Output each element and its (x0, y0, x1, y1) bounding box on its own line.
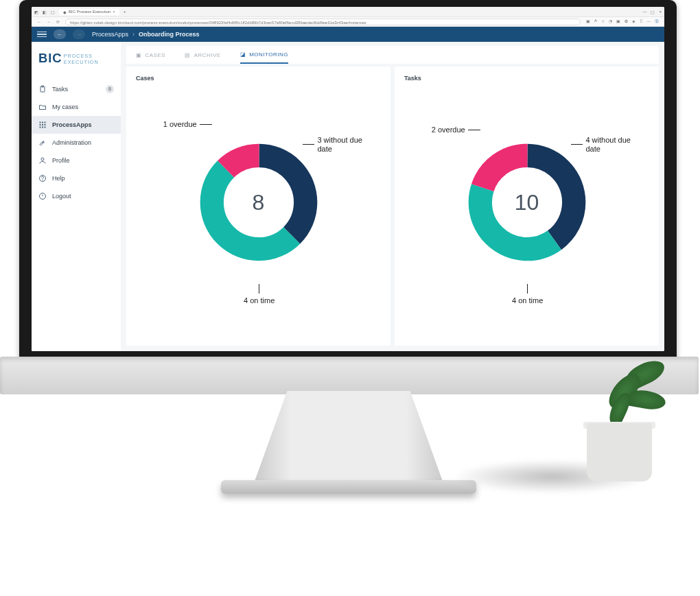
chart-label-without-due: 3 without due date (303, 136, 378, 154)
reload-icon[interactable]: ⟳ (56, 19, 60, 24)
ext-icon[interactable]: ◈ (632, 19, 635, 25)
browser-tab[interactable]: ◆ BIC Process Execution × (59, 9, 119, 15)
window-max-icon[interactable]: ▢ (651, 10, 655, 14)
panel-cases: Cases 8 3 without due da (126, 67, 390, 346)
monitor-frame: ◩ ◧ ▢ ◆ BIC Process Execution × + — ▢ × … (19, 0, 677, 363)
address-field[interactable]: https://gbtec-colak.design.biccloud.com/… (65, 19, 581, 25)
menu-icon[interactable]: ⋯ (646, 19, 651, 25)
chart-tasks: 10 4 without due date 4 on time 2 overdu… (404, 84, 649, 340)
tab-cases[interactable]: ▣ CASES (136, 52, 165, 58)
breadcrumb-root[interactable]: ProcessApps (92, 31, 128, 38)
browser-tab-strip: ◩ ◧ ▢ ◆ BIC Process Execution × + — ▢ × (32, 7, 664, 17)
chart-label-overdue: 2 overdue (432, 126, 480, 134)
os-icon: ◧ (43, 10, 47, 14)
clipboard-icon (38, 85, 47, 93)
app-header: ← → ProcessApps › Onboarding Process (32, 27, 664, 42)
monitor-base (0, 357, 699, 394)
tab-monitoring[interactable]: ◪ MONITORING (240, 46, 288, 64)
svg-rect-5 (40, 121, 41, 123)
content: ▣ CASES ▤ ARCHIVE ◪ MONITORING (121, 42, 664, 351)
chart-total: 8 (253, 189, 265, 215)
sidebar-item-label: Profile (52, 157, 70, 164)
menu-icon[interactable] (37, 32, 47, 38)
panel-tasks: Tasks 10 4 without due d (395, 67, 659, 346)
os-icon: ◩ (34, 10, 38, 14)
nav-forward-icon[interactable]: → (47, 20, 51, 24)
help-icon (38, 174, 47, 182)
tab-label: CASES (145, 52, 166, 58)
chart-icon: ◪ (240, 51, 246, 58)
ext-icon[interactable]: ⠿ (640, 19, 642, 25)
svg-rect-10 (45, 124, 46, 126)
tab-favicon: ◆ (63, 10, 67, 14)
browser-url-bar: ← → ⟳ https://gbtec-colak.design.bicclou… (32, 17, 664, 27)
svg-rect-12 (42, 126, 43, 128)
back-button[interactable]: ← (54, 29, 66, 39)
folder-icon (38, 103, 47, 111)
monitor-foot (221, 480, 476, 494)
tab-close-icon[interactable]: × (113, 10, 115, 14)
os-icon: ▢ (51, 10, 55, 14)
chart-label-on-time: 4 on time (512, 284, 543, 305)
svg-rect-8 (40, 124, 41, 126)
ext-icon[interactable]: A (594, 19, 597, 25)
window-close-icon[interactable]: × (659, 10, 662, 14)
sidebar-item-tasks[interactable]: Tasks 8 (32, 80, 121, 98)
archive-icon: ▤ (185, 52, 191, 58)
svg-rect-13 (45, 126, 46, 128)
chart-cases: 8 3 without due date 4 on time 1 overdue (136, 84, 381, 340)
ext-icon[interactable]: ◔ (609, 19, 612, 25)
tab-bar: ▣ CASES ▤ ARCHIVE ◪ MONITORING (126, 46, 659, 64)
sidebar-item-help[interactable]: Help (32, 169, 121, 187)
new-tab-button[interactable]: + (124, 10, 126, 14)
tab-title: BIC Process Execution (69, 10, 110, 14)
sidebar-item-processapps[interactable]: ProcessApps (32, 116, 121, 134)
profile-icon[interactable]: ⓑ (655, 19, 659, 25)
svg-text:EXECUTION: EXECUTION (64, 59, 99, 65)
sidebar-item-label: ProcessApps (52, 121, 92, 128)
tab-label: ARCHIVE (194, 52, 221, 58)
sidebar-item-mycases[interactable]: My cases (32, 98, 121, 116)
chart-total: 10 (515, 189, 539, 215)
nav-back-icon[interactable]: ← (37, 20, 41, 24)
panel-title: Cases (136, 75, 381, 82)
sidebar-item-label: Logout (52, 193, 71, 200)
ext-icon[interactable]: ✿ (625, 19, 628, 25)
panel-title: Tasks (404, 75, 649, 82)
svg-rect-9 (42, 124, 43, 126)
folder-icon: ▣ (136, 52, 142, 58)
monitor-stem (253, 391, 445, 487)
chevron-right-icon: › (132, 31, 135, 38)
breadcrumb: ProcessApps › Onboarding Process (92, 31, 200, 38)
screen: ◩ ◧ ▢ ◆ BIC Process Execution × + — ▢ × … (32, 7, 664, 351)
sidebar-item-label: My cases (52, 104, 78, 110)
brand-logo: BIC PROCESS EXECUTION (32, 50, 121, 80)
tab-label: MONITORING (249, 51, 288, 58)
chart-label-without-due: 4 without due date (571, 136, 646, 154)
tab-archive[interactable]: ▤ ARCHIVE (185, 52, 221, 58)
svg-rect-6 (42, 121, 43, 123)
ext-icon[interactable]: ▣ (586, 19, 590, 25)
sidebar-badge: 8 (106, 85, 114, 93)
sidebar-item-administration[interactable]: Administration (32, 134, 121, 152)
svg-rect-7 (45, 121, 46, 123)
plant-pot (587, 423, 652, 481)
chart-label-overdue: 1 overdue (163, 120, 212, 129)
star-icon[interactable]: ☆ (601, 19, 605, 25)
sidebar-item-label: Tasks (52, 86, 68, 93)
ext-icon[interactable]: ▣ (616, 19, 620, 25)
sidebar-item-label: Administration (52, 139, 91, 146)
sidebar: BIC PROCESS EXECUTION Tasks 8 (32, 42, 121, 351)
forward-button[interactable]: → (73, 29, 85, 39)
apps-icon (38, 121, 47, 129)
sidebar-item-label: Help (52, 175, 65, 182)
chart-label-on-time: 4 on time (244, 284, 275, 305)
sidebar-item-logout[interactable]: Logout (32, 187, 121, 205)
svg-text:BIC: BIC (38, 51, 62, 65)
logout-icon (38, 192, 47, 200)
user-icon (38, 156, 47, 165)
sidebar-item-profile[interactable]: Profile (32, 152, 121, 169)
svg-rect-11 (40, 126, 41, 128)
breadcrumb-current: Onboarding Process (139, 31, 200, 38)
window-min-icon[interactable]: — (642, 10, 646, 14)
